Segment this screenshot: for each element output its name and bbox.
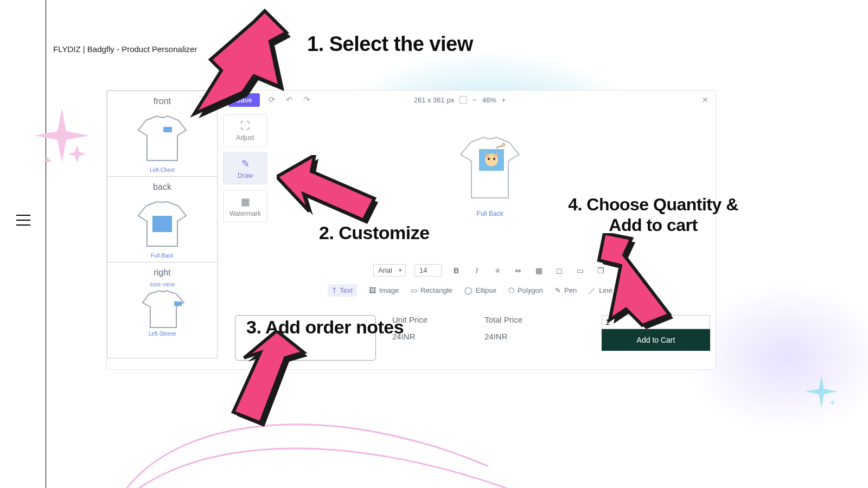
watermark-icon: ▦ (224, 196, 267, 208)
canvas-dimensions: 261 x 361 px (414, 96, 454, 104)
arrow-tool-icon: ↗ (624, 286, 630, 294)
layer-button[interactable]: ❐ (595, 265, 607, 277)
view-right-sideview-caption: SIDE VIEW (107, 282, 217, 287)
editor-topbar: Save ⟳ ↶ ↷ 261 x 361 px − 46% + × (223, 91, 716, 109)
views-column: front Left-Chest back Full-Back right SI… (107, 91, 218, 358)
tool-ellipse[interactable]: ◯Ellipse (464, 286, 496, 294)
italic-button[interactable]: I (471, 265, 483, 277)
total-price-label: Total Price (484, 315, 560, 324)
tool-arrow-label: Arrow (634, 286, 652, 294)
pattern-button[interactable]: ▩ (533, 265, 545, 277)
tool-text[interactable]: TText (328, 284, 357, 297)
tool-polygon[interactable]: ⬠Polygon (508, 286, 543, 294)
tool-rectangle-label: Rectangle (420, 286, 452, 294)
annotation-step2: 2. Customize (319, 222, 430, 243)
tool-text-label: Text (340, 286, 353, 294)
zoom-in-icon[interactable]: + (502, 96, 506, 104)
page-title: FLYDIZ | Badgfly - Product Personalizer (53, 44, 197, 54)
tool-polygon-label: Polygon (518, 286, 543, 294)
refresh-icon[interactable]: ⟳ (267, 95, 277, 105)
tshirt-back-icon (130, 196, 195, 251)
view-front[interactable]: front Left-Chest (107, 91, 217, 177)
font-size-input[interactable]: 14 (414, 264, 442, 277)
view-back-label: back (107, 182, 217, 192)
view-right[interactable]: right SIDE VIEW Left-Sleeve (107, 262, 217, 340)
tool-watermark-label: Watermark (229, 210, 261, 217)
image-icon: 🖼 (369, 286, 376, 294)
tool-line[interactable]: ／Line (589, 286, 612, 296)
annotation-step1: 1. Select the view (307, 33, 473, 56)
polygon-icon: ⬠ (508, 286, 514, 294)
view-front-label: front (107, 97, 217, 106)
text-toolbar: Arial 14 B I ≡ ⇔ ▩ ◻ ▭ ❐ TText 🖼Image ▭R… (270, 264, 710, 297)
svg-rect-2 (174, 301, 182, 306)
bold-button[interactable]: B (450, 265, 462, 277)
tool-arrow[interactable]: ↗Arrow (624, 286, 652, 294)
font-select[interactable]: Arial (373, 264, 406, 277)
draw-icon: ✎ (224, 158, 267, 170)
annotation-step4-line1: 4. Choose Quantity & (568, 195, 738, 214)
view-back[interactable]: back Full-Back (107, 177, 217, 262)
sparkle-pink-icon (35, 108, 89, 163)
total-price-block: Total Price 24INR (484, 315, 560, 341)
tool-adjust-label: Adjust (236, 134, 254, 142)
tool-pen[interactable]: ✎Pen (555, 286, 577, 294)
tshirt-front-icon (130, 111, 195, 165)
pen-icon: ✎ (555, 286, 561, 294)
zoom-level: 46% (482, 96, 496, 104)
tool-image-label: Image (379, 286, 399, 294)
tool-draw-label: Draw (238, 172, 253, 179)
tshirt-side-icon (130, 287, 195, 331)
view-right-label: right (107, 268, 217, 278)
tool-pen-label: Pen (564, 286, 577, 294)
view-right-caption: Left-Sleeve (107, 331, 217, 337)
svg-rect-0 (163, 127, 172, 132)
adjust-icon: ⛶ (224, 120, 267, 132)
save-button[interactable]: Save (228, 93, 260, 107)
redo-icon[interactable]: ↷ (302, 95, 312, 105)
close-icon[interactable]: × (702, 94, 710, 106)
tool-rectangle[interactable]: ▭Rectangle (411, 286, 452, 294)
border-button[interactable]: ◻ (553, 265, 565, 277)
hamburger-menu[interactable] (16, 215, 30, 227)
annotation-step4-line2: Add to cart (609, 215, 697, 235)
rectangle-icon: ▭ (411, 286, 417, 294)
tool-draw[interactable]: ✎ Draw (223, 152, 267, 184)
zoom-out-icon[interactable]: − (473, 96, 477, 104)
screen-button[interactable]: ▭ (574, 265, 586, 277)
zoom-info: 261 x 361 px − 46% + (414, 96, 506, 104)
add-to-cart-button[interactable]: Add to Cart (602, 329, 710, 351)
spacing-button[interactable]: ⇔ (512, 265, 524, 277)
side-tools: ⛶ Adjust ✎ Draw ▦ Watermark (223, 114, 267, 222)
annotation-step4: 4. Choose Quantity & Add to cart (561, 194, 745, 236)
vertical-separator (46, 0, 46, 488)
decor-swoosh (108, 401, 597, 488)
tool-image[interactable]: 🖼Image (369, 286, 399, 294)
tool-watermark[interactable]: ▦ Watermark (223, 190, 267, 222)
svg-point-5 (488, 158, 490, 160)
tool-line-label: Line (599, 286, 612, 294)
view-back-caption: Full-Back (107, 253, 217, 259)
annotation-step3: 3. Add order notes (246, 317, 404, 338)
tool-adjust[interactable]: ⛶ Adjust (223, 114, 267, 146)
total-price-value: 24INR (484, 332, 560, 341)
tool-ellipse-label: Ellipse (476, 286, 496, 294)
text-icon: T (332, 286, 336, 294)
quantity-input[interactable] (602, 315, 710, 329)
svg-rect-1 (152, 216, 172, 232)
tshirt-canvas-icon (452, 131, 528, 207)
ellipse-icon: ◯ (464, 286, 473, 294)
svg-point-6 (493, 158, 495, 160)
align-button[interactable]: ≡ (492, 265, 503, 277)
undo-icon[interactable]: ↶ (285, 95, 295, 105)
line-icon: ／ (589, 286, 596, 296)
view-front-caption: Left-Chest (107, 167, 217, 173)
fit-icon[interactable] (459, 96, 467, 104)
